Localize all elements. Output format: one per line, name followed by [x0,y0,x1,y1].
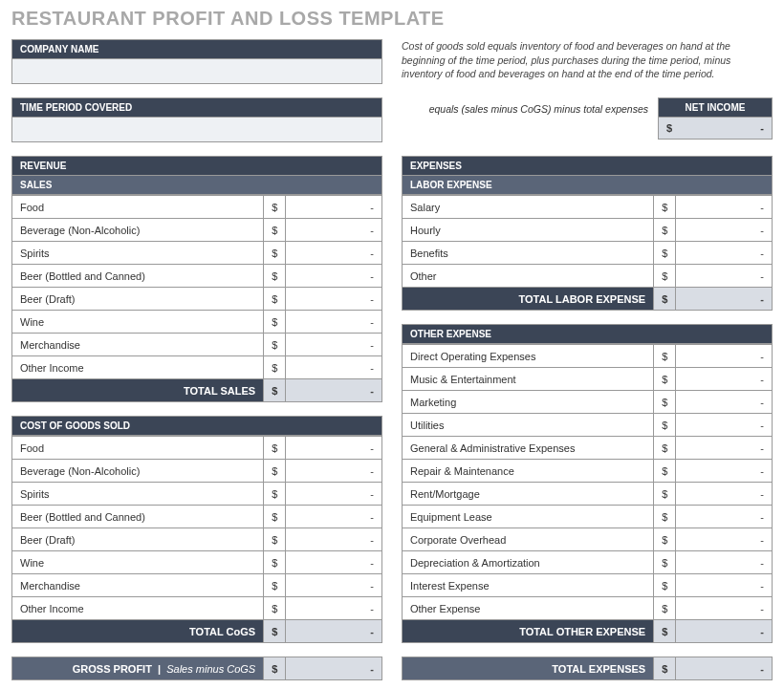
row-amount[interactable]: - [676,551,773,574]
row-currency: $ [264,311,286,334]
row-amount[interactable]: - [286,311,382,334]
row-currency: $ [654,597,676,620]
row-amount[interactable]: - [676,368,773,391]
row-currency: $ [264,196,286,219]
row-currency: $ [264,551,286,574]
row-amount[interactable]: - [676,574,773,597]
total-cogs-label: TOTAL CoGS [12,620,264,643]
row-label: Hourly [403,219,654,242]
net-income-label: NET INCOME [658,97,773,118]
row-amount[interactable]: - [286,506,382,528]
row-currency: $ [654,368,676,391]
row-amount[interactable]: - [676,414,773,437]
gross-profit-row: GROSS PROFIT | Sales minus CoGS $ - [12,657,382,680]
total-labor-currency: $ [654,288,676,311]
row-amount[interactable]: - [676,506,773,528]
table-row: Equipment Lease $ - [403,506,773,528]
row-amount[interactable]: - [286,460,382,483]
cogs-header: COST OF GOODS SOLD [11,416,382,436]
row-currency: $ [264,528,286,551]
revenue-header: REVENUE [11,156,382,176]
row-amount[interactable]: - [676,437,773,460]
table-row: Beverage (Non-Alcoholic) $ - [12,219,382,242]
total-sales-label: TOTAL SALES [12,379,264,402]
row-currency: $ [264,219,286,242]
row-amount[interactable]: - [676,242,773,265]
table-row: Other Income $ - [12,597,382,620]
row-amount[interactable]: - [676,345,773,368]
gross-profit-table: GROSS PROFIT | Sales minus CoGS $ - [11,657,382,680]
company-name-label: COMPANY NAME [11,39,382,59]
row-amount[interactable]: - [676,597,773,620]
row-amount[interactable]: - [286,219,382,242]
row-label: Wine [12,311,264,334]
row-label: Other Income [12,597,264,620]
net-income-note: equals (sales minus CoGS) minus total ex… [402,97,658,140]
row-amount[interactable]: - [676,196,773,219]
row-amount[interactable]: - [676,391,773,414]
table-row: Corporate Overhead $ - [403,528,773,551]
row-label: Beer (Bottled and Canned) [12,265,264,288]
total-labor-row: TOTAL LABOR EXPENSE $ - [403,288,773,311]
company-name-input[interactable] [11,59,382,84]
row-label: Other Income [12,356,264,379]
row-amount[interactable]: - [676,219,773,242]
row-amount[interactable]: - [286,597,382,620]
total-expenses-table: TOTAL EXPENSES $ - [402,657,773,680]
row-label: Beer (Bottled and Canned) [12,506,264,528]
row-currency: $ [654,506,676,528]
labor-expense-header: LABOR EXPENSE [402,176,773,195]
table-row: Rent/Mortgage $ - [403,483,773,506]
row-label: Merchandise [12,574,264,597]
row-amount[interactable]: - [286,334,382,356]
row-label: Utilities [403,414,654,437]
table-row: Merchandise $ - [12,574,382,597]
row-amount[interactable]: - [676,265,773,288]
table-row: Other Income $ - [12,356,382,379]
row-amount[interactable]: - [286,196,382,219]
row-label: Merchandise [12,334,264,356]
row-label: Other [403,265,654,288]
row-currency: $ [654,437,676,460]
row-amount[interactable]: - [286,528,382,551]
total-labor-amount: - [676,288,773,311]
row-amount[interactable]: - [286,356,382,379]
total-expenses-amount: - [676,657,773,680]
table-row: Wine $ - [12,551,382,574]
row-amount[interactable]: - [676,483,773,506]
row-amount[interactable]: - [676,528,773,551]
total-sales-currency: $ [264,379,286,402]
table-row: Repair & Maintenance $ - [403,460,773,483]
row-amount[interactable]: - [286,288,382,311]
row-label: Rent/Mortgage [403,483,654,506]
table-row: Beer (Bottled and Canned) $ - [12,506,382,528]
row-label: Repair & Maintenance [403,460,654,483]
row-amount[interactable]: - [286,265,382,288]
table-row: Other $ - [403,265,773,288]
table-row: Salary $ - [403,196,773,219]
row-label: Beer (Draft) [12,288,264,311]
row-currency: $ [264,483,286,506]
total-other-label: TOTAL OTHER EXPENSE [403,620,654,643]
row-amount[interactable]: - [286,437,382,460]
row-currency: $ [654,196,676,219]
time-period-input[interactable] [11,118,382,142]
row-amount[interactable]: - [676,460,773,483]
row-label: Spirits [12,483,264,506]
row-currency: $ [654,265,676,288]
row-amount[interactable]: - [286,551,382,574]
table-row: Benefits $ - [403,242,773,265]
row-currency: $ [264,506,286,528]
row-label: Marketing [403,391,654,414]
row-currency: $ [654,414,676,437]
row-currency: $ [654,528,676,551]
row-amount[interactable]: - [286,242,382,265]
row-amount[interactable]: - [286,483,382,506]
row-currency: $ [264,265,286,288]
row-currency: $ [264,334,286,356]
row-currency: $ [264,597,286,620]
row-currency: $ [654,242,676,265]
row-amount[interactable]: - [286,574,382,597]
total-cogs-amount: - [286,620,382,643]
row-label: Equipment Lease [403,506,654,528]
